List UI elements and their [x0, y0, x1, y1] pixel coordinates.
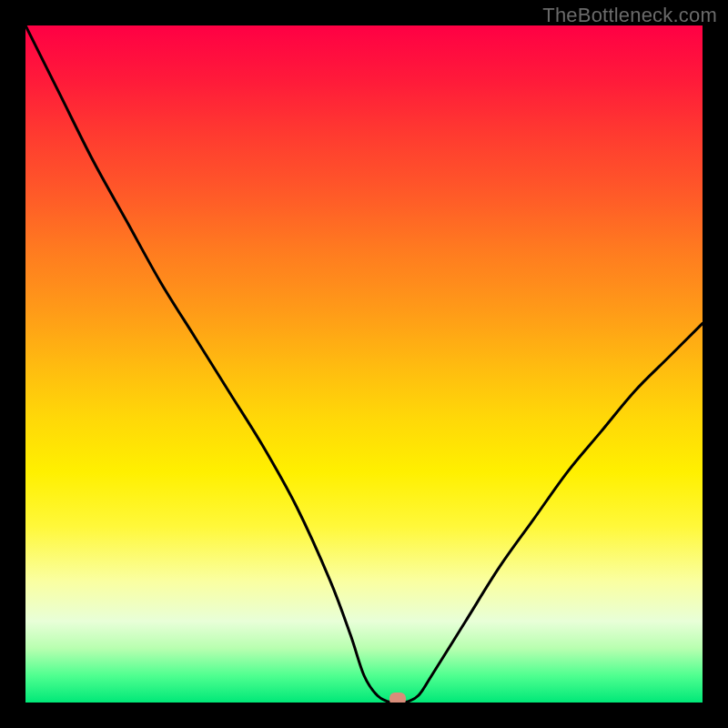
- plot-area: [25, 25, 703, 703]
- watermark-text: TheBottleneck.com: [542, 4, 717, 27]
- bottleneck-curve: [25, 25, 703, 703]
- chart-frame: TheBottleneck.com: [0, 0, 728, 728]
- curve-svg: [25, 25, 703, 703]
- optimal-point-marker: [389, 693, 406, 703]
